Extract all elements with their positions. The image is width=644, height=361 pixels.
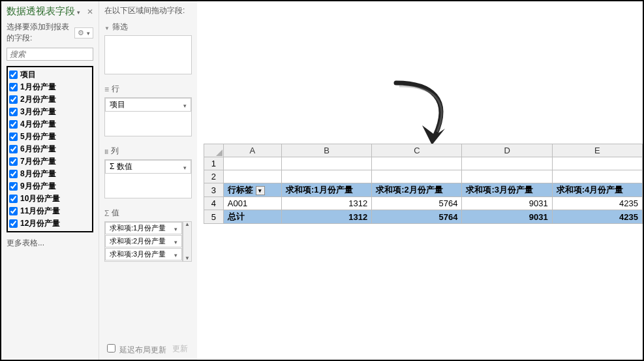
field-checkbox[interactable] — [9, 219, 18, 228]
area-field-item[interactable]: 项目 — [105, 98, 191, 112]
field-item[interactable]: 11月份产量 — [9, 205, 91, 217]
field-checkbox[interactable] — [9, 170, 18, 178]
field-checkbox[interactable] — [9, 71, 18, 79]
field-item[interactable]: 8月份产量 — [9, 168, 91, 180]
column-header[interactable]: D — [462, 144, 552, 157]
field-checkbox[interactable] — [9, 145, 18, 153]
area-field-label: 求和项:1月份产量 — [110, 223, 166, 233]
values-icon — [104, 209, 109, 218]
column-header[interactable]: A — [223, 144, 281, 157]
field-item[interactable]: 项目 — [9, 69, 91, 81]
cell[interactable]: 9031 — [462, 197, 552, 210]
cell[interactable] — [372, 157, 462, 170]
field-item[interactable]: 9月份产量 — [9, 180, 91, 193]
row-header[interactable]: 5 — [204, 210, 224, 224]
search-input[interactable] — [7, 48, 111, 60]
column-header[interactable]: E — [552, 144, 642, 157]
cell[interactable]: 5764 — [372, 210, 462, 224]
cell[interactable]: 求和项:3月份产量 — [462, 183, 552, 197]
field-checkbox[interactable] — [9, 182, 18, 191]
cell[interactable] — [281, 170, 371, 183]
field-label: 7月份产量 — [20, 156, 56, 167]
cell[interactable]: 5764 — [372, 197, 462, 210]
areas-pane: 在以下区域间拖动字段: 筛选 行 项目 列 Σ 数值 值 求和项:1月份产量求和… — [99, 1, 197, 360]
field-checkbox[interactable] — [9, 83, 18, 91]
column-header[interactable]: B — [281, 144, 371, 157]
rows-area-label: 行 — [112, 84, 119, 95]
cell[interactable] — [281, 157, 371, 170]
rows-drop-area[interactable]: 项目 — [104, 97, 192, 136]
chevron-down-icon[interactable] — [174, 251, 177, 259]
field-label: 1月份产量 — [20, 82, 56, 93]
more-tables-link[interactable]: 更多表格... — [7, 238, 93, 249]
update-button[interactable]: 更新 — [168, 342, 192, 356]
cell[interactable]: 求和项:4月份产量 — [552, 183, 642, 197]
row-header[interactable]: 4 — [204, 197, 224, 210]
field-item[interactable]: 6月份产量 — [9, 143, 91, 155]
cell[interactable]: 求和项:2月份产量 — [372, 183, 462, 197]
cell[interactable]: 4235 — [552, 197, 642, 210]
cell[interactable] — [552, 170, 642, 183]
cell[interactable] — [462, 157, 552, 170]
defer-layout-checkbox[interactable]: 延迟布局更新 — [104, 342, 166, 356]
chevron-down-icon[interactable] — [77, 7, 80, 16]
filter-area-label: 筛选 — [112, 22, 128, 33]
field-item[interactable]: 7月份产量 — [9, 155, 91, 168]
area-field-label: 求和项:2月份产量 — [110, 236, 166, 246]
cell[interactable]: 求和项:1月份产量 — [281, 183, 371, 197]
cell[interactable] — [223, 170, 281, 183]
cell[interactable]: A001 — [223, 197, 281, 210]
field-checkbox[interactable] — [9, 157, 18, 166]
cell[interactable]: 4235 — [552, 210, 642, 224]
area-field-item[interactable]: 求和项:2月份产量 — [105, 235, 182, 247]
cell[interactable] — [462, 170, 552, 183]
values-scrollbar[interactable]: ▲▼ — [183, 221, 192, 262]
field-checkbox[interactable] — [9, 207, 18, 215]
field-item[interactable]: 3月份产量 — [9, 106, 91, 118]
area-field-item[interactable]: 求和项:1月份产量 — [105, 222, 182, 234]
field-checkbox[interactable] — [9, 133, 18, 141]
tools-gear-dropdown[interactable] — [74, 27, 93, 39]
field-checkbox[interactable] — [9, 108, 18, 116]
pivot-table[interactable]: ABCDE123行标签▾求和项:1月份产量求和项:2月份产量求和项:3月份产量求… — [204, 144, 643, 224]
chevron-down-icon[interactable] — [174, 238, 177, 245]
field-item[interactable]: 4月份产量 — [9, 118, 91, 131]
row-header[interactable]: 1 — [204, 157, 224, 170]
cols-drop-area[interactable]: Σ 数值 — [104, 159, 192, 198]
column-header[interactable]: C — [372, 144, 462, 157]
search-field[interactable] — [7, 48, 93, 61]
field-item[interactable]: 10月份产量 — [9, 193, 91, 205]
field-checkbox[interactable] — [9, 195, 18, 203]
chevron-down-icon[interactable] — [174, 225, 177, 232]
field-item[interactable]: 5月份产量 — [9, 131, 91, 143]
area-field-item[interactable]: 求和项:3月份产量 — [105, 248, 182, 260]
choose-fields-label: 选择要添加到报表的字段: — [7, 22, 74, 44]
cell[interactable]: 行标签▾ — [223, 183, 281, 197]
cell[interactable] — [223, 157, 281, 170]
row-header[interactable]: 3 — [204, 183, 224, 197]
scroll-up-icon[interactable]: ▲ — [185, 222, 190, 227]
chevron-down-icon[interactable] — [183, 101, 187, 110]
field-item[interactable]: 2月份产量 — [9, 93, 91, 106]
field-checkbox[interactable] — [9, 95, 18, 104]
field-item[interactable]: 1月份产量 — [9, 81, 91, 93]
cell[interactable] — [552, 157, 642, 170]
filter-drop-area[interactable] — [104, 35, 192, 74]
cell[interactable] — [372, 170, 462, 183]
chevron-down-icon[interactable] — [183, 163, 187, 172]
row-header[interactable]: 2 — [204, 170, 224, 183]
cell[interactable]: 总计 — [223, 210, 281, 224]
select-all-corner[interactable] — [204, 144, 224, 157]
field-checkbox[interactable] — [9, 120, 18, 129]
cell[interactable]: 9031 — [462, 210, 552, 224]
scroll-down-icon[interactable]: ▼ — [185, 256, 190, 261]
field-item[interactable]: 12月份产量 — [9, 217, 91, 230]
row-label-filter-dropdown[interactable]: ▾ — [256, 186, 265, 195]
close-icon[interactable] — [87, 7, 93, 16]
fields-pane: 数据透视表字段 选择要添加到报表的字段: 项目1月份产量2月份产量3月份产量4月… — [1, 1, 99, 360]
area-field-item[interactable]: Σ 数值 — [105, 160, 191, 174]
cell[interactable]: 1312 — [281, 210, 371, 224]
cell[interactable]: 1312 — [281, 197, 371, 210]
field-label: 8月份产量 — [20, 168, 56, 180]
values-drop-area[interactable]: 求和项:1月份产量求和项:2月份产量求和项:3月份产量 — [104, 221, 183, 262]
